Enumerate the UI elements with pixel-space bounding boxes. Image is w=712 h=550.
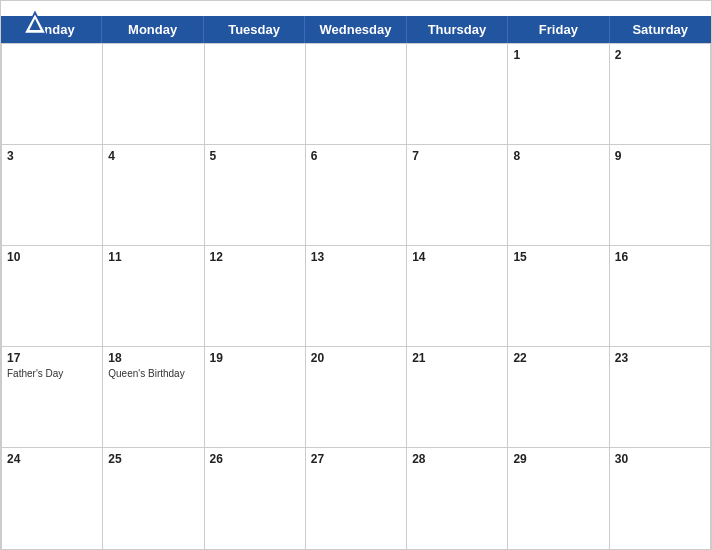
day-cell-3: 3 — [2, 145, 103, 246]
day-cell-24: 24 — [2, 448, 103, 549]
day-cell-9: 9 — [610, 145, 711, 246]
day-number: 20 — [311, 351, 401, 365]
day-number: 9 — [615, 149, 705, 163]
day-number: 23 — [615, 351, 705, 365]
day-number: 15 — [513, 250, 603, 264]
day-number: 18 — [108, 351, 198, 365]
calendar-grid: 1234567891011121314151617Father's Day18Q… — [1, 43, 711, 549]
day-number: 30 — [615, 452, 705, 466]
day-number: 28 — [412, 452, 502, 466]
calendar-header — [1, 1, 711, 16]
day-cell-30: 30 — [610, 448, 711, 549]
day-cell-13: 13 — [306, 246, 407, 347]
day-number: 1 — [513, 48, 603, 62]
day-cell-29: 29 — [508, 448, 609, 549]
day-number: 8 — [513, 149, 603, 163]
header-monday: Monday — [102, 16, 203, 43]
day-number: 16 — [615, 250, 705, 264]
day-cell-empty-2 — [205, 44, 306, 145]
day-cell-12: 12 — [205, 246, 306, 347]
day-cell-17: 17Father's Day — [2, 347, 103, 448]
day-number: 17 — [7, 351, 97, 365]
logo-area — [21, 9, 53, 37]
day-number: 12 — [210, 250, 300, 264]
day-cell-7: 7 — [407, 145, 508, 246]
generalblue-logo-icon — [21, 9, 49, 37]
day-number: 25 — [108, 452, 198, 466]
day-cell-1: 1 — [508, 44, 609, 145]
calendar-event: Queen's Birthday — [108, 367, 198, 380]
day-cell-20: 20 — [306, 347, 407, 448]
day-cell-empty-3 — [306, 44, 407, 145]
week-row-0: 12 — [2, 44, 711, 145]
day-cell-21: 21 — [407, 347, 508, 448]
week-row-2: 10111213141516 — [2, 246, 711, 347]
header-tuesday: Tuesday — [204, 16, 305, 43]
day-cell-28: 28 — [407, 448, 508, 549]
day-number: 2 — [615, 48, 705, 62]
week-row-4: 24252627282930 — [2, 448, 711, 549]
day-cell-26: 26 — [205, 448, 306, 549]
day-number: 5 — [210, 149, 300, 163]
header-thursday: Thursday — [407, 16, 508, 43]
day-cell-15: 15 — [508, 246, 609, 347]
day-number: 27 — [311, 452, 401, 466]
day-number: 14 — [412, 250, 502, 264]
day-number: 3 — [7, 149, 97, 163]
week-row-1: 3456789 — [2, 145, 711, 246]
day-number: 29 — [513, 452, 603, 466]
header-friday: Friday — [508, 16, 609, 43]
day-number: 22 — [513, 351, 603, 365]
day-headers-row: Sunday Monday Tuesday Wednesday Thursday… — [1, 16, 711, 43]
day-cell-11: 11 — [103, 246, 204, 347]
day-number: 7 — [412, 149, 502, 163]
day-number: 13 — [311, 250, 401, 264]
day-number: 11 — [108, 250, 198, 264]
day-cell-19: 19 — [205, 347, 306, 448]
day-cell-16: 16 — [610, 246, 711, 347]
day-cell-empty-1 — [103, 44, 204, 145]
day-cell-5: 5 — [205, 145, 306, 246]
calendar-container: Sunday Monday Tuesday Wednesday Thursday… — [0, 0, 712, 550]
day-cell-empty-0 — [2, 44, 103, 145]
week-row-3: 17Father's Day18Queen's Birthday19202122… — [2, 347, 711, 448]
day-cell-25: 25 — [103, 448, 204, 549]
day-number: 6 — [311, 149, 401, 163]
day-number: 26 — [210, 452, 300, 466]
day-cell-4: 4 — [103, 145, 204, 246]
day-number: 21 — [412, 351, 502, 365]
day-number: 19 — [210, 351, 300, 365]
day-number: 24 — [7, 452, 97, 466]
day-number: 4 — [108, 149, 198, 163]
day-cell-22: 22 — [508, 347, 609, 448]
day-cell-10: 10 — [2, 246, 103, 347]
day-cell-6: 6 — [306, 145, 407, 246]
day-cell-18: 18Queen's Birthday — [103, 347, 204, 448]
day-cell-23: 23 — [610, 347, 711, 448]
header-saturday: Saturday — [610, 16, 711, 43]
calendar-event: Father's Day — [7, 367, 97, 380]
day-cell-empty-4 — [407, 44, 508, 145]
day-cell-27: 27 — [306, 448, 407, 549]
day-cell-2: 2 — [610, 44, 711, 145]
day-cell-8: 8 — [508, 145, 609, 246]
day-cell-14: 14 — [407, 246, 508, 347]
header-wednesday: Wednesday — [305, 16, 406, 43]
day-number: 10 — [7, 250, 97, 264]
